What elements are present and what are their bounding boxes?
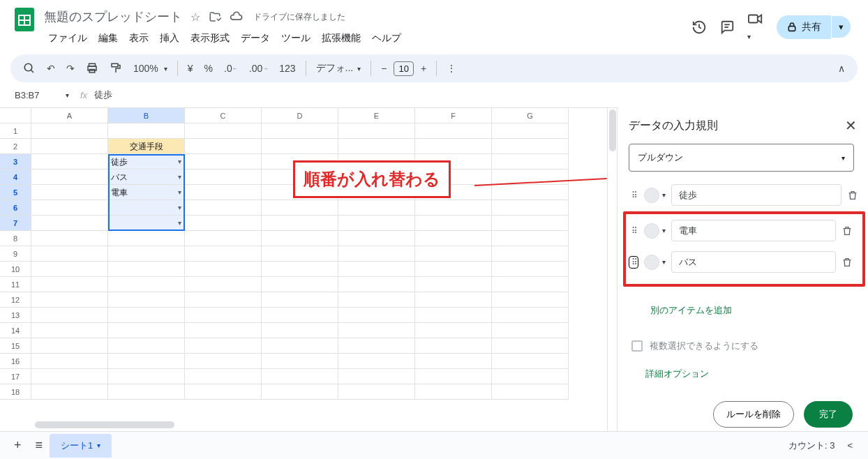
item-value-input[interactable] <box>671 220 836 241</box>
drag-handle-icon[interactable]: ⠿ <box>629 256 638 269</box>
font-select[interactable]: デフォ... ▾ <box>312 58 366 79</box>
cell[interactable] <box>415 338 492 354</box>
cell[interactable] <box>185 308 262 323</box>
select-all-corner[interactable] <box>0 108 31 123</box>
comment-icon[interactable] <box>719 20 735 35</box>
row-header[interactable]: 8 <box>0 231 31 246</box>
cell[interactable] <box>185 170 262 185</box>
menu-insert[interactable]: 挿入 <box>156 29 184 47</box>
cell[interactable] <box>492 384 569 400</box>
cell[interactable] <box>262 338 338 354</box>
cell[interactable]: ▾ <box>108 216 185 231</box>
cell[interactable] <box>415 262 492 277</box>
item-value-input[interactable] <box>671 184 841 206</box>
cell[interactable] <box>415 123 492 139</box>
cell[interactable] <box>492 200 569 216</box>
cell[interactable] <box>31 231 108 246</box>
menu-tools[interactable]: ツール <box>277 29 315 47</box>
row-header[interactable]: 16 <box>0 354 31 369</box>
row-header[interactable]: 4 <box>0 170 31 185</box>
zoom-select[interactable]: 100% ▾ <box>129 59 172 78</box>
row-header[interactable]: 17 <box>0 369 31 384</box>
cell[interactable]: バス▾ <box>108 170 185 185</box>
cell[interactable] <box>492 292 569 308</box>
cell[interactable] <box>262 123 338 139</box>
cell[interactable] <box>492 246 569 262</box>
currency-icon[interactable]: ¥ <box>184 59 197 78</box>
cell[interactable] <box>415 200 492 216</box>
column-header[interactable]: D <box>262 108 338 123</box>
cell[interactable] <box>185 185 262 200</box>
cell[interactable] <box>262 216 338 231</box>
redo-icon[interactable]: ↷ <box>62 59 79 78</box>
menu-help[interactable]: ヘルプ <box>368 29 405 47</box>
row-header[interactable]: 13 <box>0 308 31 323</box>
advanced-options-link[interactable]: 詳細オプション <box>645 368 865 380</box>
cell[interactable] <box>338 139 415 154</box>
all-sheets-icon[interactable]: ≡ <box>29 432 50 458</box>
collapse-toolbar-icon[interactable]: ∧ <box>834 59 849 78</box>
delete-icon[interactable] <box>841 257 855 268</box>
cell[interactable] <box>31 123 108 139</box>
row-header[interactable]: 1 <box>0 123 31 139</box>
move-icon[interactable] <box>209 10 221 23</box>
cell[interactable] <box>31 354 108 369</box>
cell[interactable] <box>185 384 262 400</box>
cell[interactable] <box>492 277 569 292</box>
cell[interactable] <box>185 216 262 231</box>
column-header[interactable]: C <box>185 108 262 123</box>
row-header[interactable]: 6 <box>0 200 31 216</box>
cell[interactable] <box>185 323 262 338</box>
format-number-icon[interactable]: 123 <box>275 59 299 78</box>
meet-icon[interactable]: ▾ <box>747 11 764 43</box>
cell[interactable] <box>492 323 569 338</box>
delete-icon[interactable] <box>841 225 855 236</box>
cell[interactable] <box>31 369 108 384</box>
cell[interactable] <box>31 277 108 292</box>
font-size-decrease[interactable]: − <box>377 59 391 78</box>
star-icon[interactable]: ☆ <box>190 10 200 24</box>
cell[interactable] <box>338 216 415 231</box>
cell[interactable] <box>185 369 262 384</box>
cell[interactable] <box>415 323 492 338</box>
cell[interactable] <box>108 262 185 277</box>
cell[interactable] <box>415 277 492 292</box>
cell[interactable] <box>108 338 185 354</box>
cell[interactable] <box>262 139 338 154</box>
color-chip[interactable] <box>644 255 659 270</box>
explore-icon[interactable]: < <box>847 440 853 451</box>
row-header[interactable]: 14 <box>0 323 31 338</box>
column-header[interactable]: A <box>31 108 108 123</box>
cell[interactable] <box>108 123 185 139</box>
cell[interactable] <box>415 369 492 384</box>
delete-rule-button[interactable]: ルールを削除 <box>713 401 794 428</box>
cell[interactable] <box>415 292 492 308</box>
row-header[interactable]: 18 <box>0 384 31 400</box>
cell[interactable] <box>31 200 108 216</box>
cell[interactable] <box>108 323 185 338</box>
cell[interactable] <box>338 369 415 384</box>
cell[interactable] <box>492 139 569 154</box>
done-button[interactable]: 完了 <box>804 401 853 428</box>
cell[interactable]: 交通手段 <box>108 139 185 154</box>
column-header[interactable]: G <box>492 108 569 123</box>
cell[interactable] <box>338 308 415 323</box>
cell[interactable] <box>492 354 569 369</box>
cell[interactable] <box>415 139 492 154</box>
cell[interactable] <box>31 170 108 185</box>
cell[interactable] <box>338 277 415 292</box>
cell[interactable] <box>108 246 185 262</box>
menu-view[interactable]: 表示 <box>125 29 153 47</box>
horizontal-scrollbar[interactable] <box>35 421 174 428</box>
name-box[interactable]: B3:B7▾ <box>10 90 73 100</box>
decrease-decimal-icon[interactable]: .0← <box>220 59 242 78</box>
share-button[interactable]: 共有 <box>777 15 831 39</box>
drag-handle-icon[interactable]: ⠿ <box>629 229 638 233</box>
more-icon[interactable]: ⋮ <box>442 59 461 78</box>
column-header[interactable]: F <box>415 108 492 123</box>
cell[interactable] <box>492 231 569 246</box>
share-dropdown[interactable]: ▾ <box>832 16 851 38</box>
cell[interactable] <box>31 262 108 277</box>
cell[interactable] <box>415 354 492 369</box>
cell[interactable] <box>338 384 415 400</box>
